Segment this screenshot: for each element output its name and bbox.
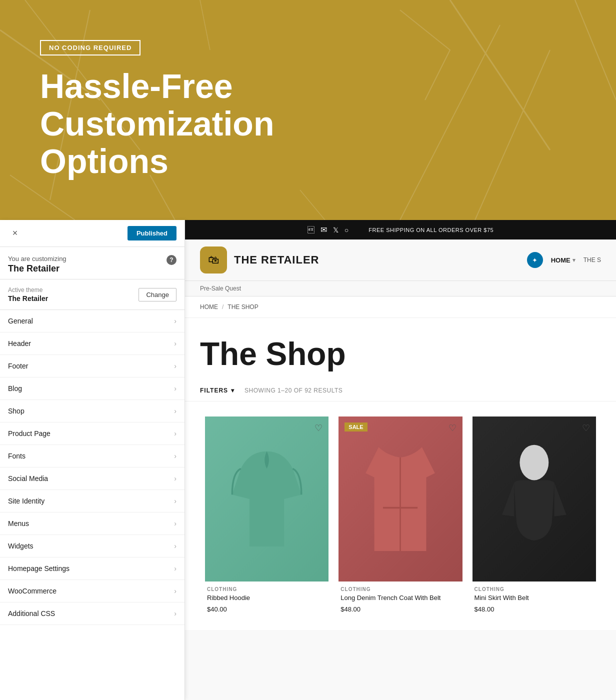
product-image: SALE ♡ [338,416,462,582]
chevron-right-icon: › [174,587,176,595]
menu-item-homepage-settings[interactable]: Homepage Settings› [0,558,184,580]
menu-item-label: Widgets [8,542,34,550]
store-logo-area: 🛍 THE RETAILER [200,246,319,274]
menu-item-woocommerce[interactable]: WooCommerce› [0,580,184,602]
menu-item-fonts[interactable]: Fonts› [0,445,184,468]
customizer-info-label: You are customizing [8,255,66,262]
customizer-info-row: You are customizing The Retailer ? [0,247,184,280]
menu-item-label: Homepage Settings [8,564,70,572]
menu-item-label: Blog [8,384,22,392]
chevron-right-icon: › [174,520,176,528]
menu-item-label: General [8,317,33,325]
customizer-close-button[interactable]: × [8,226,22,240]
menu-item-widgets[interactable]: Widgets› [0,535,184,558]
preview-topbar:  ✉ 𝕏 ○ FREE SHIPPING ON ALL ORDERS OVER… [185,220,616,240]
svg-line-3 [450,0,550,150]
menu-item-blog[interactable]: Blog› [0,378,184,400]
filters-chevron-icon: ▾ [231,387,234,394]
chevron-right-icon: › [174,610,176,618]
hero-section: NO CODING REQUIRED Hassle-Free Customiza… [0,0,616,220]
menu-item-label: Product Page [8,430,50,438]
breadcrumb-current: THE SHOP [228,304,258,310]
store-logo-text: THE RETAILER [234,254,319,266]
wishlist-button[interactable]: ♡ [314,422,322,434]
results-count-text: SHOWING 1–20 OF 92 RESULTS [244,387,342,394]
menu-item-label: Fonts [8,452,26,460]
product-grid: ♡ CLOTHING Ribbed Hoodie $40.00 SALE ♡ C… [185,402,616,630]
filters-row: FILTERS ▾ SHOWING 1–20 OF 92 RESULTS [185,380,616,402]
menu-item-social-media[interactable]: Social Media› [0,468,184,490]
customizer-topbar: × Published [0,220,184,247]
wishlist-button[interactable]: ♡ [448,422,456,434]
menu-item-additional-css[interactable]: Additional CSS› [0,602,184,625]
menu-item-label: Footer [8,362,28,370]
chevron-right-icon: › [174,542,176,550]
wishlist-button[interactable]: ♡ [582,422,590,434]
chevron-right-icon: › [174,564,176,572]
menu-item-footer[interactable]: Footer› [0,355,184,378]
menu-item-shop[interactable]: Shop› [0,400,184,422]
menu-item-label: Additional CSS [8,610,55,618]
social-icons-group:  ✉ 𝕏 ○ [308,225,348,234]
product-name: Long Denim Trench Coat With Belt [340,594,460,602]
menu-item-label: Menus [8,520,29,528]
product-card: ♡ CLOTHING Mini Skirt With Belt $48.00 [468,412,601,620]
topbar-text: FREE SHIPPING ON ALL ORDERS OVER $75 [368,227,494,233]
change-theme-button[interactable]: Change [138,288,176,302]
instagram-icon: ○ [344,226,348,234]
svg-line-7 [10,175,75,220]
nav-icon-button[interactable]: ✦ [527,252,543,268]
menu-item-site-identity[interactable]: Site Identity› [0,490,184,512]
menu-item-label: Social Media [8,474,48,482]
help-icon[interactable]: ? [166,255,176,265]
svg-point-11 [520,445,548,480]
chevron-right-icon: › [174,340,176,348]
sale-badge: SALE [344,422,367,432]
customizer-menu-list: General›Header›Footer›Blog›Shop›Product … [0,310,184,625]
active-theme-label: Active theme [8,286,48,294]
svg-line-9 [300,190,325,220]
store-logo-icon: 🛍 [200,246,227,274]
product-category: CLOTHING [207,586,326,592]
product-price: $48.00 [474,606,594,613]
twitter-icon: 𝕏 [333,226,338,234]
menu-item-header[interactable]: Header› [0,332,184,355]
chevron-right-icon: › [174,430,176,438]
menu-item-label: Site Identity [8,497,44,505]
menu-item-menus[interactable]: Menus› [0,512,184,535]
chevron-right-icon: › [174,384,176,392]
chevron-right-icon: › [174,452,176,460]
chevron-right-icon: › [174,407,176,415]
menu-item-label: Header [8,340,31,348]
menu-item-general[interactable]: General› [0,310,184,332]
menu-item-label: WooCommerce [8,587,56,595]
customizer-theme-name: The Retailer [8,264,66,274]
menu-item-label: Shop [8,407,24,415]
product-info: CLOTHING Ribbed Hoodie $40.00 [205,582,328,615]
shop-title-section: The Shop [185,318,616,380]
chevron-right-icon: › [174,497,176,505]
nav-extra-link: THE S [584,256,601,264]
presale-row: Pre-Sale Quest [185,281,616,296]
messenger-icon: ✉ [320,225,327,234]
product-category: CLOTHING [340,586,460,592]
facebook-icon:  [308,226,314,234]
menu-item-product-page[interactable]: Product Page› [0,422,184,445]
svg-line-5 [475,50,550,220]
breadcrumb-separator: / [222,304,224,310]
product-price: $40.00 [207,606,326,613]
published-button[interactable]: Published [128,226,176,240]
product-name: Mini Skirt With Belt [474,594,594,602]
product-info: CLOTHING Long Denim Trench Coat With Bel… [338,582,462,615]
shop-title: The Shop [200,338,601,370]
product-name: Ribbed Hoodie [207,594,326,602]
filters-button[interactable]: FILTERS ▾ [200,387,234,394]
nav-home-link[interactable]: HOME ▾ [548,256,578,264]
product-card: ♡ CLOTHING Ribbed Hoodie $40.00 [200,412,334,620]
store-nav: ✦ HOME ▾ THE S [527,252,601,268]
product-image: ♡ [205,416,328,582]
hero-badge: NO CODING REQUIRED [40,40,140,56]
chevron-right-icon: › [174,474,176,482]
active-theme-row: Active theme The Retailer Change [0,280,184,310]
chevron-right-icon: › [174,362,176,370]
